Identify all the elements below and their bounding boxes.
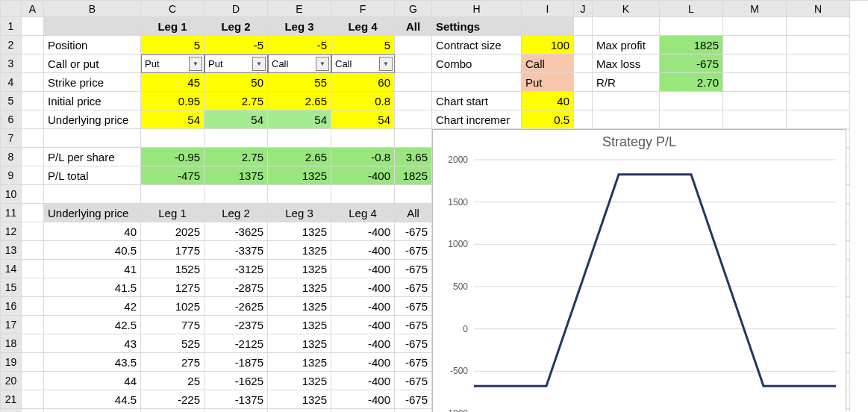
tbl-18-b[interactable]: 43 bbox=[44, 334, 141, 353]
tbl-19-e[interactable]: 1325 bbox=[268, 353, 331, 372]
col-header-K[interactable]: K bbox=[593, 1, 660, 17]
cell-A3[interactable] bbox=[22, 54, 44, 73]
col-header-A[interactable]: A bbox=[22, 1, 44, 17]
cell-M2[interactable] bbox=[723, 36, 787, 54]
tbl-17-b[interactable]: 42.5 bbox=[44, 316, 141, 334]
cell-F7[interactable] bbox=[331, 129, 395, 148]
tbl-19-c[interactable]: 275 bbox=[141, 353, 204, 372]
maxprofit-val[interactable]: 1825 bbox=[660, 36, 723, 54]
tbl-16-g[interactable]: -675 bbox=[395, 297, 432, 316]
dd-leg2[interactable]: Put▼ bbox=[204, 54, 268, 73]
tbl-hdr-C[interactable]: Leg 1 bbox=[141, 204, 204, 222]
tbl-18-d[interactable]: -2125 bbox=[204, 334, 268, 353]
tbl-19-g[interactable]: -675 bbox=[395, 353, 432, 372]
cell-G7[interactable] bbox=[395, 129, 432, 148]
tbl-22-f[interactable]: -400 bbox=[331, 409, 395, 412]
strike-e[interactable]: 55 bbox=[268, 73, 331, 92]
tbl-20-g[interactable]: -675 bbox=[395, 372, 432, 390]
pltotal-d[interactable]: 1375 bbox=[204, 166, 268, 185]
row-header-12[interactable]: 12 bbox=[1, 222, 22, 241]
tbl-14-f[interactable]: -400 bbox=[331, 260, 395, 278]
cell-K1[interactable] bbox=[593, 17, 660, 36]
lbl-rr[interactable]: R/R bbox=[593, 73, 660, 92]
col-header-B[interactable]: B bbox=[44, 1, 141, 17]
cell-A11[interactable] bbox=[22, 204, 44, 222]
tbl-hdr-B[interactable]: Underlying price bbox=[44, 204, 141, 222]
tbl-14-c[interactable]: 1525 bbox=[141, 260, 204, 278]
cell-A4[interactable] bbox=[22, 73, 44, 92]
strike-c[interactable]: 45 bbox=[141, 73, 204, 92]
cell-L1[interactable] bbox=[660, 17, 723, 36]
row-header-4[interactable]: 4 bbox=[1, 73, 22, 92]
pos-c[interactable]: 5 bbox=[141, 36, 204, 54]
dd-leg4-arrow[interactable]: ▼ bbox=[379, 57, 393, 71]
tbl-16-c[interactable]: 1025 bbox=[141, 297, 204, 316]
cell-A21[interactable] bbox=[22, 390, 44, 409]
col-header-L[interactable]: L bbox=[660, 1, 723, 17]
tbl-21-c[interactable]: -225 bbox=[141, 390, 204, 409]
tbl-12-d[interactable]: -3625 bbox=[204, 222, 268, 241]
tbl-21-e[interactable]: 1325 bbox=[268, 390, 331, 409]
col-header-C[interactable]: C bbox=[141, 1, 204, 17]
cell-K5[interactable] bbox=[593, 92, 660, 110]
hdr-leg1[interactable]: Leg 1 bbox=[141, 17, 204, 36]
plshare-c[interactable]: -0.95 bbox=[141, 148, 204, 166]
tbl-12-b[interactable]: 40 bbox=[44, 222, 141, 241]
lbl-strike[interactable]: Strike price bbox=[44, 73, 141, 92]
tbl-22-g[interactable]: -675 bbox=[395, 409, 432, 412]
plshare-d[interactable]: 2.75 bbox=[204, 148, 268, 166]
cell-E7[interactable] bbox=[268, 129, 331, 148]
cell-C10[interactable] bbox=[141, 185, 204, 204]
lbl-chartstart[interactable]: Chart start bbox=[432, 92, 522, 110]
cell-G4[interactable] bbox=[395, 73, 432, 92]
cell-B7[interactable] bbox=[44, 129, 141, 148]
col-header-E[interactable]: E bbox=[268, 1, 331, 17]
row-header-15[interactable]: 15 bbox=[1, 278, 22, 297]
und-c[interactable]: 54 bbox=[141, 110, 204, 129]
cell-E10[interactable] bbox=[268, 185, 331, 204]
cell-N2[interactable] bbox=[787, 36, 850, 54]
tbl-18-f[interactable]: -400 bbox=[331, 334, 395, 353]
tbl-22-b[interactable]: 45 bbox=[44, 409, 141, 412]
cell-A19[interactable] bbox=[22, 353, 44, 372]
tbl-13-f[interactable]: -400 bbox=[331, 241, 395, 260]
lbl-initprice[interactable]: Initial price bbox=[44, 92, 141, 110]
tbl-17-f[interactable]: -400 bbox=[331, 316, 395, 334]
tbl-19-d[interactable]: -1875 bbox=[204, 353, 268, 372]
combo-put[interactable]: Put bbox=[522, 73, 574, 92]
cell-B10[interactable] bbox=[44, 185, 141, 204]
tbl-15-c[interactable]: 1275 bbox=[141, 278, 204, 297]
row-header-1[interactable]: 1 bbox=[1, 17, 22, 36]
tbl-16-b[interactable]: 42 bbox=[44, 297, 141, 316]
cell-M6[interactable] bbox=[723, 110, 787, 129]
row-header-18[interactable]: 18 bbox=[1, 334, 22, 353]
lbl-plshare[interactable]: P/L per share bbox=[44, 148, 141, 166]
tbl-18-g[interactable]: -675 bbox=[395, 334, 432, 353]
init-e[interactable]: 2.65 bbox=[268, 92, 331, 110]
hdr-leg4[interactable]: Leg 4 bbox=[331, 17, 395, 36]
row-header-5[interactable]: 5 bbox=[1, 92, 22, 110]
rr-val[interactable]: 2.70 bbox=[660, 73, 723, 92]
cell-G5[interactable] bbox=[395, 92, 432, 110]
cell-J1[interactable] bbox=[574, 17, 593, 36]
tbl-20-b[interactable]: 44 bbox=[44, 372, 141, 390]
cell-A20[interactable] bbox=[22, 372, 44, 390]
row-header-3[interactable]: 3 bbox=[1, 54, 22, 73]
tbl-21-d[interactable]: -1375 bbox=[204, 390, 268, 409]
tbl-12-e[interactable]: 1325 bbox=[268, 222, 331, 241]
row-header-9[interactable]: 9 bbox=[1, 166, 22, 185]
tbl-21-b[interactable]: 44.5 bbox=[44, 390, 141, 409]
band-b[interactable] bbox=[44, 17, 141, 36]
cell-N3[interactable] bbox=[787, 54, 850, 73]
cell-J3[interactable] bbox=[574, 54, 593, 73]
tbl-14-g[interactable]: -675 bbox=[395, 260, 432, 278]
row-header-2[interactable]: 2 bbox=[1, 36, 22, 54]
dd-leg4[interactable]: Call▼ bbox=[331, 54, 395, 73]
cell-A9[interactable] bbox=[22, 166, 44, 185]
hdr-all[interactable]: All bbox=[395, 17, 432, 36]
row-header-21[interactable]: 21 bbox=[1, 390, 22, 409]
hdr-settings[interactable]: Settings bbox=[432, 17, 522, 36]
hdr-leg3[interactable]: Leg 3 bbox=[268, 17, 331, 36]
dd-leg3-arrow[interactable]: ▼ bbox=[316, 57, 329, 71]
cell-A10[interactable] bbox=[22, 185, 44, 204]
